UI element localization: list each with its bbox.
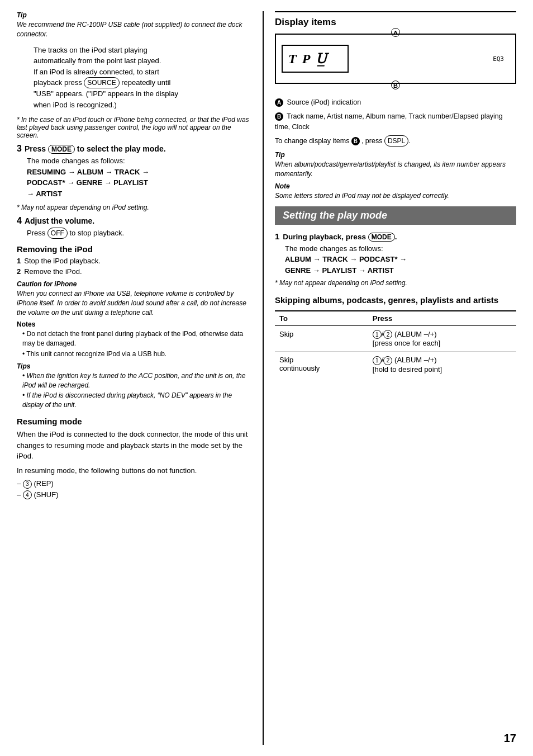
off-button: OFF [47, 228, 68, 239]
tips-item-2: If the iPod is disconnected during playb… [22, 391, 251, 410]
caution-label: Caution for iPhone [17, 280, 251, 288]
step3: 3 Press MODE to select the play mode. Th… [17, 144, 251, 199]
removing-heading: Removing the iPod [17, 244, 251, 254]
right-step1-title: During playback, press MODE. [283, 233, 397, 242]
step3-body1: The mode changes as follows: [27, 157, 125, 165]
asterisk-iphone-note: * In the case of an iPod touch or iPhone… [17, 116, 251, 139]
right-note-label: Note [275, 182, 516, 190]
indent-line4-pre: playback press [34, 78, 84, 87]
tips-label: Tips [17, 362, 251, 370]
circle-b-desc: B [275, 112, 283, 121]
removing-step2-text: Remove the iPod. [24, 267, 82, 276]
circle-b-dspl: B [351, 137, 360, 145]
resuming-body2: In resuming mode, the following buttons … [17, 465, 251, 476]
top-rule [275, 11, 516, 12]
skip-table: To Press Skip 1/2 (ALBUM –/+) [press onc… [275, 310, 516, 377]
resuming-item2-label: (SHUF) [34, 490, 58, 499]
skip-to: Skip [275, 325, 368, 352]
step3-body3: PODCAST* → GENRE → PLAYLIST [27, 178, 148, 187]
label-b: B [391, 81, 400, 89]
skip-cont-btn1: 1 [373, 356, 382, 365]
desc-a-row: A Source (iPod) indication [275, 97, 516, 108]
skip-cont-to1: Skip [279, 356, 293, 364]
right-step1-body2: ALBUM → TRACK → PODCAST* → [285, 255, 407, 263]
skip-press-line2: [press once for each] [373, 339, 440, 347]
right-tip-text: When album/podcast/genre/artist/playlist… [275, 160, 516, 179]
resuming-heading: Resuming mode [17, 417, 251, 426]
resuming-circle-3: 3 [23, 480, 32, 489]
circle-b-diagram: B [391, 81, 400, 89]
skip-cont-press-text: (ALBUM –/+) [392, 356, 436, 364]
source-button: SOURCE [84, 77, 119, 88]
step3-body: The mode changes as follows: RESUMING → … [17, 155, 251, 199]
right-note-text: Some letters stored in iPod may not be d… [275, 191, 516, 201]
display-eq3: EQ3 [493, 55, 504, 63]
dspl-row: To change display items B, press DSPL. [275, 135, 516, 147]
removing-step1-num: 1 [17, 257, 21, 265]
right-step1-num: 1 [275, 231, 279, 241]
step3-title: Press MODE to select the play mode. [25, 144, 166, 154]
tips-item-1: When the ignition key is turned to the A… [22, 371, 251, 390]
step3-body2: RESUMING → ALBUM → TRACK → [27, 168, 149, 176]
indent-line4-post: repeatedly until [120, 78, 171, 87]
right-asterisk: * May not appear depending on iPod setti… [275, 279, 516, 287]
display-diagram-wrapper: A T P U̲ EQ3 B [275, 34, 516, 84]
step3-num: 3 [17, 144, 22, 154]
desc-b-text: Track name, Artist name, Album name, Tra… [275, 112, 503, 131]
skip-section-heading: Skipping albums, podcasts, genres, playl… [275, 295, 516, 306]
step4-body: Press OFF to stop playback. [17, 228, 251, 239]
removing-step1-text: Stop the iPod playback. [24, 257, 101, 265]
caution-text: When you connect an iPhone via USB, tele… [17, 289, 251, 317]
skip-btn2: 2 [383, 330, 392, 339]
resuming-item2: – 4 (SHUF) [17, 490, 251, 500]
notes-label: Notes [17, 320, 251, 328]
resuming-item1-label: (REP) [34, 479, 53, 488]
mode-button-step3: MODE [48, 145, 75, 154]
step4: 4 Adjust the volume. Press OFF to stop p… [17, 216, 251, 239]
dspl-button: DSPL [384, 135, 408, 147]
skip-btn1: 1 [373, 330, 382, 339]
skip-continuously-to: Skip continuously [275, 352, 368, 377]
display-diagram: T P U̲ EQ3 [275, 34, 516, 84]
step4-title: Adjust the volume. [25, 216, 94, 225]
right-step1-body: The mode changes as follows: ALBUM → TRA… [275, 243, 516, 276]
display-inner-left: T P U̲ [282, 45, 349, 73]
right-tip-label: Tip [275, 151, 516, 159]
right-step1: 1 During playback, press MODE. The mode … [275, 231, 516, 276]
note-item-2: This unit cannot recognize iPod via a US… [22, 349, 251, 359]
tip-label: Tip [17, 11, 251, 19]
table-col-to: To [275, 311, 368, 326]
resuming-circle-4: 4 [23, 490, 32, 499]
removing-step2-num: 2 [17, 267, 21, 276]
tip-text: We recommend the RC-100IP USB cable (not… [17, 20, 251, 39]
skip-press: 1/2 (ALBUM –/+) [press once for each] [368, 325, 516, 352]
skip-cont-to2: continuously [279, 364, 320, 372]
table-row-skip: Skip 1/2 (ALBUM –/+) [press once for eac… [275, 325, 516, 352]
circle-a-desc: A [275, 98, 283, 107]
display-items-heading: Display items [275, 17, 516, 28]
resuming-body1: When the iPod is connected to the dock c… [17, 429, 251, 462]
play-mode-banner: Setting the play mode [275, 206, 516, 225]
skip-press-text: (ALBUM –/+) [392, 330, 436, 338]
removing-step2-row: 2 Remove the iPod. [17, 267, 251, 276]
display-chars: T P U̲ [288, 51, 328, 67]
indent-line3: If an iPod is already connected, to star… [34, 68, 159, 76]
mode-button-right: MODE [368, 233, 395, 242]
right-step1-body3: GENRE → PLAYLIST → ARTIST [285, 266, 394, 275]
indent-line5: "USB" appears. ("IPD" appears in the dis… [34, 89, 178, 98]
display-inner-right: EQ3 [493, 55, 510, 63]
step3-body4: → ARTIST [27, 190, 62, 198]
desc-b-row: B Track name, Artist name, Album name, T… [275, 111, 516, 133]
skip-cont-press-line2: [hold to desired point] [373, 365, 442, 374]
resuming-section: Resuming mode When the iPod is connected… [17, 417, 251, 499]
indent-block: The tracks on the iPod start playing aut… [17, 45, 251, 111]
table-row-skip-continuously: Skip continuously 1/2 (ALBUM –/+) [hold … [275, 352, 516, 377]
page-number: 17 [504, 732, 516, 745]
removing-step1-row: 1 Stop the iPod playback. [17, 257, 251, 265]
right-column: Display items A T P U̲ EQ3 B A Source (i… [263, 11, 533, 745]
desc-a-text: Source (iPod) indication [287, 98, 361, 106]
indent-line6: when iPod is recognized.) [34, 101, 117, 109]
asterisk-ipod-note: * May not appear depending on iPod setti… [17, 204, 251, 211]
table-col-press: Press [368, 311, 516, 326]
right-step1-body1: The mode changes as follows: [285, 244, 383, 253]
